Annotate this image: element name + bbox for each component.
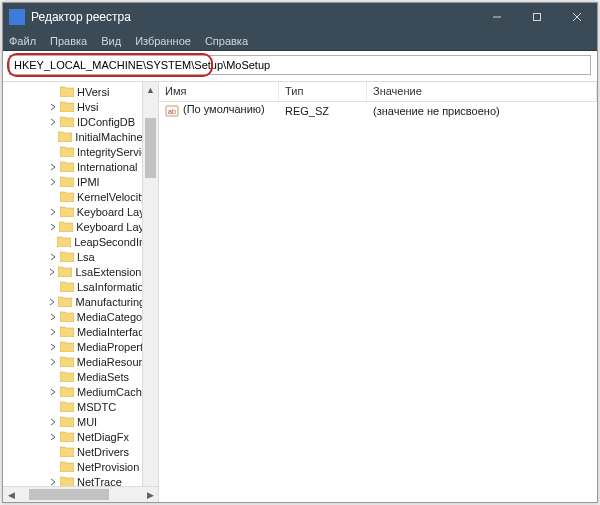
scroll-up-icon[interactable]: ▲ (143, 82, 158, 98)
folder-icon (60, 386, 74, 397)
minimize-button[interactable] (477, 3, 517, 31)
folder-icon (60, 461, 74, 472)
folder-icon (60, 371, 74, 382)
address-input[interactable] (9, 55, 591, 75)
tree-item[interactable]: Hvsi (3, 99, 158, 114)
folder-icon (57, 236, 71, 247)
chevron-right-icon[interactable] (48, 297, 56, 307)
tree-item[interactable]: NetDiagFx (3, 429, 158, 444)
tree-item[interactable]: MediaCategories (3, 309, 158, 324)
tree-item[interactable]: KernelVelocity (3, 189, 158, 204)
scroll-left-icon[interactable]: ◀ (3, 487, 19, 502)
tree-item[interactable]: Lsa (3, 249, 158, 264)
scroll-track[interactable] (19, 487, 142, 502)
tree-item[interactable]: IntegrityServices (3, 144, 158, 159)
folder-icon (59, 221, 73, 232)
titlebar[interactable]: Редактор реестра (3, 3, 597, 31)
folder-icon (58, 296, 72, 307)
maximize-button[interactable] (517, 3, 557, 31)
tree-item[interactable]: Keyboard Layouts (3, 219, 158, 234)
list-row[interactable]: ab(По умолчанию)REG_SZ(значение не присв… (159, 102, 597, 119)
tree-item-label: MSDTC (77, 401, 116, 413)
tree-item-label: IDConfigDB (77, 116, 135, 128)
tree-item-label: International (77, 161, 138, 173)
folder-icon (60, 446, 74, 457)
chevron-right-icon[interactable] (48, 417, 58, 427)
list-header[interactable]: Имя Тип Значение (159, 82, 597, 102)
tree-item-label: Hvsi (77, 101, 98, 113)
chevron-right-icon[interactable] (48, 177, 58, 187)
folder-icon (60, 431, 74, 442)
folder-icon (60, 281, 74, 292)
folder-icon (60, 401, 74, 412)
tree-item[interactable]: MediaInterfaces (3, 324, 158, 339)
tree-item[interactable]: IPMI (3, 174, 158, 189)
folder-icon (60, 116, 74, 127)
close-button[interactable] (557, 3, 597, 31)
chevron-right-icon[interactable] (48, 432, 58, 442)
tree-item[interactable]: Keyboard Layout (3, 204, 158, 219)
body: HVersiHvsiIDConfigDBInitialMachineConfig… (3, 82, 597, 502)
chevron-right-icon[interactable] (48, 342, 58, 352)
menu-view[interactable]: Вид (101, 35, 121, 47)
address-bar-container (3, 51, 597, 82)
spacer (48, 192, 58, 202)
values-pane[interactable]: Имя Тип Значение ab(По умолчанию)REG_SZ(… (159, 82, 597, 502)
tree-item[interactable]: LsaInformation (3, 279, 158, 294)
tree-item-label: KernelVelocity (77, 191, 147, 203)
scroll-thumb[interactable] (145, 118, 156, 178)
tree-item[interactable]: NetProvision (3, 459, 158, 474)
tree-item[interactable]: MUI (3, 414, 158, 429)
tree-item[interactable]: ManufacturingMode (3, 294, 158, 309)
tree-item[interactable]: NetDrivers (3, 444, 158, 459)
tree-item[interactable]: MediaProperties (3, 339, 158, 354)
chevron-right-icon[interactable] (48, 477, 58, 487)
tree-item[interactable]: HVersi (3, 84, 158, 99)
chevron-right-icon[interactable] (48, 207, 58, 217)
col-type[interactable]: Тип (279, 82, 367, 101)
tree-scrollbar-horizontal[interactable]: ◀ ▶ (3, 486, 158, 502)
menu-help[interactable]: Справка (205, 35, 248, 47)
tree-scrollbar-vertical[interactable]: ▲ ▼ (142, 82, 158, 502)
scroll-right-icon[interactable]: ▶ (142, 487, 158, 502)
tree-item-label: NetDiagFx (77, 431, 129, 443)
chevron-right-icon[interactable] (48, 327, 58, 337)
chevron-right-icon[interactable] (48, 387, 58, 397)
tree-item[interactable]: International (3, 159, 158, 174)
chevron-right-icon[interactable] (48, 162, 58, 172)
tree-item[interactable]: MediumCache (3, 384, 158, 399)
chevron-right-icon[interactable] (48, 252, 58, 262)
menu-file[interactable]: Файл (9, 35, 36, 47)
cell-name: ab(По умолчанию) (159, 103, 279, 117)
chevron-right-icon[interactable] (48, 117, 58, 127)
tree-item[interactable]: LeapSecondInformation (3, 234, 158, 249)
folder-icon (60, 161, 74, 172)
spacer (48, 87, 58, 97)
tree-item[interactable]: InitialMachineConfig (3, 129, 158, 144)
menu-edit[interactable]: Правка (50, 35, 87, 47)
chevron-right-icon[interactable] (48, 267, 56, 277)
chevron-right-icon[interactable] (48, 312, 58, 322)
menubar: Файл Правка Вид Избранное Справка (3, 31, 597, 51)
chevron-right-icon[interactable] (48, 102, 58, 112)
scroll-track[interactable] (143, 98, 158, 486)
folder-icon (60, 416, 74, 427)
col-name[interactable]: Имя (159, 82, 279, 101)
tree-item-label: NetProvision (77, 461, 139, 473)
scroll-thumb[interactable] (29, 489, 109, 500)
tree-item-label: HVersi (77, 86, 109, 98)
folder-icon (58, 266, 72, 277)
cell-value: (значение не присвоено) (367, 105, 597, 117)
spacer (48, 237, 55, 247)
chevron-right-icon[interactable] (48, 357, 58, 367)
tree-item[interactable]: LsaExtensionConfig (3, 264, 158, 279)
col-value[interactable]: Значение (367, 82, 597, 101)
tree-item[interactable]: MSDTC (3, 399, 158, 414)
tree-item[interactable]: MediaSets (3, 369, 158, 384)
chevron-right-icon[interactable] (48, 222, 57, 232)
tree-item[interactable]: MediaResources (3, 354, 158, 369)
menu-favorites[interactable]: Избранное (135, 35, 191, 47)
tree-item[interactable]: IDConfigDB (3, 114, 158, 129)
tree-item-label: NetDrivers (77, 446, 129, 458)
tree-pane[interactable]: HVersiHvsiIDConfigDBInitialMachineConfig… (3, 82, 159, 502)
